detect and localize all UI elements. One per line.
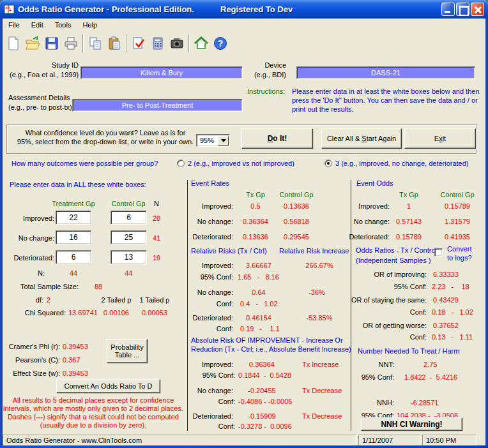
or-worse-conf: 0.13 - 1.11	[432, 333, 473, 341]
svg-text:+: +	[9, 8, 11, 13]
event-rates-deteriorated-tx: 0.13636	[240, 233, 271, 241]
nnt-label: NNT:	[362, 361, 394, 369]
entry-improved-ctrl-input[interactable]: 6	[111, 211, 147, 225]
ar-deteriorated-label: Deteriorated:	[185, 412, 233, 421]
help-icon[interactable]: ?	[211, 34, 230, 53]
instructions-line2: press the 'Do It'' button. You can then …	[292, 96, 478, 105]
outcomes-radio-2[interactable]	[177, 160, 185, 167]
save-icon[interactable]	[42, 34, 61, 53]
rr-deteriorated-conf-label: Conf:	[182, 325, 233, 333]
minimize-button[interactable]	[441, 3, 455, 16]
entry-col-control: Control Gp	[109, 200, 148, 208]
or-worse-label: OR of getting worse:	[358, 322, 427, 330]
toolbar-separator	[188, 34, 190, 52]
clear-all-button[interactable]: Clear All & Start Again	[321, 128, 402, 149]
chevron-down-icon	[221, 139, 226, 142]
convert-to-logs-label-line2[interactable]: to logs?	[447, 254, 472, 262]
total-sample-label: Total Sample Size:	[13, 283, 79, 291]
outcomes-radio-3-label[interactable]: 3 (e.g., improved, no change, deteriorat…	[335, 160, 469, 168]
event-rates-row-label: No change:	[185, 218, 233, 226]
open-folder-icon[interactable]	[23, 34, 42, 53]
entry-deteriorated-ctrl-input[interactable]: 13	[111, 250, 147, 264]
rr-deteriorated-value: 0.46154	[241, 314, 277, 322]
instructions-line1: Please enter data in at least the white …	[292, 87, 480, 96]
ar-nochange-value: -0.20455	[244, 387, 280, 395]
rr-nochange-conf-label: Conf:	[182, 300, 233, 308]
effect-size-value: 0.39453	[63, 370, 88, 378]
validate-icon[interactable]	[129, 34, 148, 53]
nnt-conf-label: 95% Conf:	[356, 373, 394, 382]
entry-nochange-ctrl-input[interactable]: 25	[111, 230, 147, 244]
menu-help[interactable]: Help	[77, 19, 103, 31]
entry-n-tx: 44	[56, 269, 91, 278]
entry-row-label: Improved:	[6, 214, 54, 223]
event-odds-col-tx: Tx Gp	[396, 191, 422, 199]
rr-deteriorated-conf: 0.19 - 1.1	[240, 325, 280, 333]
pearsons-c-value: 0.367	[63, 356, 80, 364]
dropdown-arrow-button[interactable]	[218, 136, 229, 146]
entry-deteriorated-tx-input[interactable]: 6	[56, 250, 91, 264]
ar-improved-conf: 0.1844 - 0.5428	[238, 371, 291, 380]
event-odds-row-label: Deteriorated:	[342, 233, 390, 241]
ar-deteriorated-conf: -0.3278 - 0.0096	[238, 422, 292, 431]
menu-tools[interactable]: Tools	[49, 19, 77, 31]
entry-deteriorated-n: 19	[148, 254, 165, 262]
menu-file[interactable]: File	[3, 19, 26, 31]
entry-n-ctrl: 44	[111, 269, 147, 278]
nnh-ci-warning-button[interactable]: NNH CI Warning!	[361, 417, 462, 431]
or-improving-value: 6.33333	[433, 271, 459, 279]
camera-icon[interactable]	[167, 34, 187, 53]
or-worse-value: 0.37652	[433, 322, 459, 330]
home-icon[interactable]	[192, 34, 211, 53]
absolute-risk-title-line2: Reduction (Tx - Ctrl; i.e., Absolute Ben…	[191, 345, 351, 354]
event-rates-title: Event Rates	[191, 179, 229, 188]
exit-button[interactable]: Exit	[404, 128, 476, 149]
entry-nochange-tx-input[interactable]: 16	[56, 230, 91, 244]
window-border-bottom	[0, 445, 488, 448]
outcomes-radio-3[interactable]	[324, 160, 332, 167]
confidence-level-dropdown[interactable]: 95%	[196, 134, 230, 147]
print-icon[interactable]	[61, 34, 80, 53]
study-id-field[interactable]: Killem & Bury	[80, 66, 243, 79]
rr-improved-conf-label: 95% Conf:	[182, 273, 233, 281]
window-border-right	[485, 19, 488, 448]
device-field[interactable]: DASS-21	[296, 66, 475, 79]
ar-improved-direction: Tx Increase	[302, 361, 339, 369]
event-odds-improved-tx: 1	[393, 202, 425, 211]
menu-edit[interactable]: Edit	[26, 19, 49, 31]
rr-deteriorated-label: Deteriorated:	[185, 314, 233, 322]
chi-p2-value: 0.00106	[96, 309, 137, 317]
entry-improved-tx-input[interactable]: 22	[56, 211, 91, 225]
p2-header: 2 Tailed p	[96, 296, 137, 304]
new-document-icon[interactable]	[4, 34, 23, 53]
event-rates-row-label: Deteriorated:	[185, 233, 233, 241]
maximize-button[interactable]	[456, 3, 469, 16]
outcomes-radio-2-label[interactable]: 2 (e.g., improved vs not improved)	[188, 160, 294, 168]
window-title: Odds Ratio Generator - Professional Edit…	[18, 4, 194, 14]
rr-nochange-conf: 0.4 - 1.02	[240, 300, 278, 308]
total-sample-value: 88	[95, 283, 102, 291]
ar-deteriorated-value: -0.15909	[244, 412, 280, 421]
app-window: ++ + Odds Ratio Generator - Professional…	[0, 0, 488, 448]
convert-to-logs-checkbox[interactable]	[434, 248, 443, 257]
event-odds-title: Event Odds	[356, 179, 393, 188]
results-note-line4: (usually due to a division by zero).	[1, 421, 185, 429]
app-icon: ++ +	[4, 4, 15, 16]
convert-or-to-d-button[interactable]: Convert An Odds Ratio To D	[56, 379, 160, 393]
ar-nochange-conf-label: Conf:	[184, 398, 235, 406]
close-button[interactable]	[471, 3, 484, 16]
do-it-button[interactable]: Do It!	[241, 128, 313, 149]
assessment-field[interactable]: Pre- to Post-Treatment	[72, 99, 243, 112]
instructions-label: Instructions:	[247, 87, 285, 96]
or-improving-label: OR of improving:	[358, 271, 427, 279]
probability-table-button[interactable]: ProbabilityTable ...	[107, 339, 148, 363]
convert-to-logs-label-line1[interactable]: Convert	[447, 245, 472, 253]
copy-icon[interactable]	[86, 34, 105, 53]
paste-icon[interactable]	[105, 34, 124, 53]
entry-row-label: No change:	[6, 234, 54, 243]
outcomes-question: How many outcomes were possible per grou…	[11, 160, 158, 168]
relative-risk-increase-title: Relative Risk Increase	[279, 247, 349, 255]
statusbar-app-text: Odds Ratio Generator - www.ClinTools.com	[3, 435, 356, 445]
calculator-icon[interactable]	[148, 34, 167, 53]
rr-nochange-label: No change:	[185, 288, 233, 297]
